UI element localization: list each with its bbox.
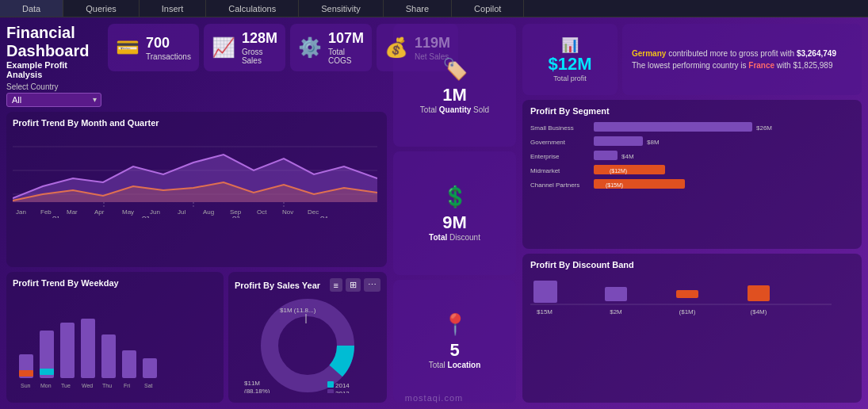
svg-rect-68 [533, 281, 557, 303]
nav-sensitivity[interactable]: Sensitivity [299, 0, 384, 17]
svg-text:Q3: Q3 [232, 216, 239, 218]
svg-rect-62 [594, 165, 665, 174]
kpi-transactions: 💳 700 Transactions [108, 24, 199, 71]
trend-chart-section: Profirt Trend By Month and Quarter Jan F… [6, 112, 387, 267]
transactions-icon: 💳 [116, 36, 140, 59]
svg-text:Jan: Jan [16, 208, 26, 216]
nav-copilot[interactable]: Copilot [452, 0, 524, 17]
main-content: Financial Dashboard Example Profit Analy… [0, 17, 868, 409]
segment-chart-svg: Small Business $26M Government $8M Enter… [530, 119, 832, 202]
mid-column: 🏷️ 1M Total Quantity Sold 💲 9M Total Dis… [393, 24, 516, 403]
svg-rect-74 [676, 290, 698, 298]
svg-text:Wed: Wed [82, 383, 93, 388]
insight-lowest-country: France [748, 61, 774, 70]
ctrl-btn-1[interactable]: ≡ [330, 278, 342, 292]
svg-text:Nov: Nov [282, 208, 293, 216]
svg-text:$11M: $11M [244, 380, 260, 387]
kpi-total-cogs: ⚙️ 107M Total COGS [290, 24, 372, 71]
profit-chart-icon: 📊 [561, 36, 579, 54]
svg-rect-48 [327, 381, 334, 388]
svg-text:Channel Partners: Channel Partners [530, 182, 579, 189]
svg-text:Fri: Fri [124, 383, 131, 388]
quantity-sold-card: 🏷️ 1M Total Quantity Sold [393, 24, 516, 147]
svg-text:Midmarket: Midmarket [530, 167, 560, 174]
country-select[interactable]: All Germany France USA [6, 93, 101, 107]
svg-rect-71 [605, 287, 627, 301]
svg-text:Aug: Aug [203, 208, 214, 216]
svg-text:Apr: Apr [94, 208, 105, 216]
svg-text:$2M: $2M [610, 308, 622, 315]
svg-text:Q4: Q4 [320, 216, 327, 218]
svg-text:($4M): ($4M) [751, 308, 767, 315]
svg-text:Jul: Jul [178, 208, 185, 216]
svg-text:$26M: $26M [756, 124, 772, 132]
bottom-charts: Profirt Trend By Weekday Sun [6, 272, 387, 403]
transactions-value: 700 [146, 35, 191, 52]
svg-text:$15M: $15M [537, 308, 553, 315]
quantity-icon: 🏷️ [442, 57, 468, 82]
svg-text:($15M): ($15M) [606, 182, 623, 189]
svg-text:Feb: Feb [40, 208, 52, 216]
select-wrapper: All Germany France USA [6, 91, 101, 107]
total-profit-value: $12M [548, 54, 591, 75]
quantity-label: Total Quantity Sold [420, 105, 489, 114]
svg-text:Oct: Oct [257, 208, 267, 216]
insight-top-amount: $3,264,749 [797, 49, 836, 58]
net-sales-icon: 💰 [384, 36, 408, 59]
donut-chart-svg: $1M (11.8...) $11M (88.18%) 2014 2013 [236, 298, 379, 393]
insight-lowest-amount: with $1,825,989 [777, 61, 833, 70]
svg-text:May: May [122, 208, 134, 216]
svg-rect-27 [60, 323, 75, 378]
ctrl-btn-3[interactable]: ⋯ [364, 278, 380, 292]
nav-share[interactable]: Share [384, 0, 452, 17]
sales-year-title: Profirt By Sales Year [235, 281, 320, 290]
svg-rect-53 [594, 122, 752, 132]
svg-text:Tue: Tue [61, 383, 71, 388]
nav-data[interactable]: Data [0, 0, 63, 17]
nav-queries[interactable]: Queries [63, 0, 140, 17]
svg-text:($12M): ($12M) [610, 168, 627, 174]
sales-year-chart: Profirt By Sales Year ≡ ⊞ ⋯ $1M (11. [228, 272, 387, 403]
location-label: Total Location [429, 361, 481, 369]
dashboard-title: Financial Dashboard [6, 24, 101, 60]
svg-text:Sun: Sun [21, 383, 31, 388]
svg-text:(88.18%): (88.18%) [244, 388, 270, 393]
watermark: mostaqi.com [405, 393, 463, 403]
discount-value: 9M [442, 212, 467, 233]
svg-text:Sat: Sat [144, 383, 153, 388]
svg-text:2013: 2013 [335, 390, 350, 393]
ctrl-btn-2[interactable]: ⊞ [346, 278, 361, 292]
dashboard-subtitle: Example Profit Analysis [6, 60, 101, 79]
discount-chart-title: Profirt By Discount Band [530, 260, 854, 269]
total-profit-label: Total profit [553, 75, 587, 82]
svg-rect-50 [327, 389, 334, 393]
discount-icon: 💲 [442, 185, 468, 209]
left-column: Financial Dashboard Example Profit Analy… [6, 24, 387, 403]
svg-text:$1M (11.8...): $1M (11.8...) [280, 307, 316, 314]
svg-text:Dec: Dec [308, 208, 319, 216]
quantity-value: 1M [442, 85, 467, 105]
nav-calculations[interactable]: Calculations [206, 0, 299, 17]
svg-rect-32 [19, 370, 33, 377]
weekday-chart-title: Profirt Trend By Weekday [13, 278, 217, 288]
svg-rect-59 [594, 151, 618, 160]
svg-text:Small Business: Small Business [530, 124, 574, 132]
country-label: Select Country [6, 82, 101, 91]
insight-contributed: contributed more to gross profit with [668, 49, 797, 58]
svg-rect-29 [101, 334, 116, 378]
svg-text:2014: 2014 [335, 382, 350, 389]
svg-text:Enterprise: Enterprise [530, 153, 560, 160]
segment-chart-title: Profirt By Segment [530, 106, 854, 116]
svg-text:Government: Government [530, 139, 566, 146]
gross-sales-value: 128M [242, 30, 277, 47]
discount-chart: Profirt By Discount Band Low $15M Medium… [522, 254, 862, 403]
nav-insert[interactable]: Insert [140, 0, 207, 17]
location-value: 5 [449, 340, 459, 361]
discount-card: 💲 9M Total Discount [393, 151, 516, 274]
insight-country: Germany [632, 49, 666, 58]
svg-rect-56 [594, 136, 643, 146]
discount-label: Total Discount [429, 233, 480, 242]
svg-text:Jun: Jun [150, 208, 160, 216]
gross-sales-label: Gross Sales [242, 48, 277, 65]
svg-text:Q2: Q2 [142, 216, 149, 218]
